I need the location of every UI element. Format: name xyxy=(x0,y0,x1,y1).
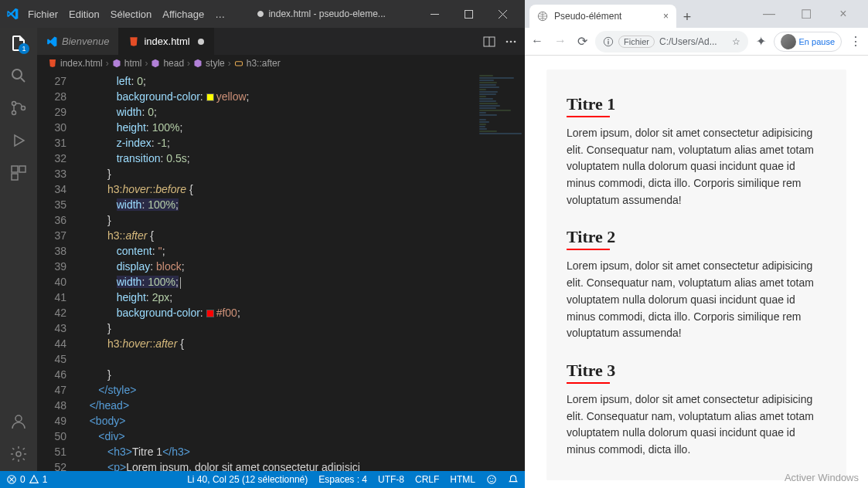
breadcrumb-item[interactable]: head xyxy=(163,58,184,69)
breadcrumb-item[interactable]: html xyxy=(124,58,142,69)
browser-viewport[interactable]: Titre 1Lorem ipsum, dolor sit amet conse… xyxy=(525,56,868,488)
browser-tabstrip: Pseudo-élément × + — ☐ × xyxy=(525,0,868,28)
svg-point-3 xyxy=(12,102,16,106)
address-bar[interactable]: Fichier C:/Users/Ad... ☆ xyxy=(595,31,748,53)
forward-button[interactable]: → xyxy=(554,34,567,49)
browser-maximize-button[interactable]: ☐ xyxy=(791,5,822,23)
heading-underline xyxy=(567,382,610,384)
status-notifications-icon[interactable] xyxy=(508,474,519,485)
menu-affichage[interactable]: Affichage xyxy=(162,8,204,20)
warning-count: 1 xyxy=(43,474,48,485)
page-heading: Titre 2 xyxy=(567,227,615,247)
menu-selection[interactable]: Sélection xyxy=(111,8,151,20)
browser-close-button[interactable]: × xyxy=(828,5,859,23)
modified-dot-icon xyxy=(198,39,204,45)
back-button[interactable]: ← xyxy=(531,34,543,49)
svg-rect-7 xyxy=(19,166,26,172)
code-content[interactable]: left: 0; background-color: yellow; width… xyxy=(80,72,475,471)
explorer-badge: 1 xyxy=(19,43,29,54)
breadcrumb-item[interactable]: h3::after xyxy=(247,58,281,69)
page-paragraph: Lorem ipsum, dolor sit amet consectetur … xyxy=(567,125,826,208)
svg-point-13 xyxy=(506,40,509,42)
page-heading: Titre 3 xyxy=(567,361,615,381)
split-editor-icon[interactable] xyxy=(483,36,495,48)
account-icon[interactable] xyxy=(9,412,28,431)
svg-point-15 xyxy=(514,40,516,42)
browser-minimize-button[interactable]: — xyxy=(754,5,785,23)
reload-button[interactable]: ⟳ xyxy=(577,34,587,49)
vscode-tab-icon xyxy=(46,36,57,47)
page-paragraph: Lorem ipsum, dolor sit amet consectetur … xyxy=(567,391,826,459)
page-heading: Titre 1 xyxy=(567,94,615,114)
html-file-icon xyxy=(128,36,139,47)
tab-bienvenue[interactable]: Bienvenue xyxy=(37,28,119,55)
svg-rect-6 xyxy=(12,166,18,172)
tab-index-html[interactable]: index.html xyxy=(119,28,213,55)
html-file-icon xyxy=(48,59,57,68)
svg-rect-8 xyxy=(12,174,18,180)
code-editor[interactable]: 2728293031323334353637383940414243444546… xyxy=(37,72,525,471)
debug-icon[interactable] xyxy=(9,131,28,150)
status-problems[interactable]: 0 1 xyxy=(6,474,47,485)
window-controls xyxy=(418,2,519,25)
gear-icon[interactable] xyxy=(9,445,28,463)
symbol-icon xyxy=(151,59,160,68)
status-spaces[interactable]: Espaces : 4 xyxy=(318,474,367,485)
tab-close-icon[interactable]: × xyxy=(663,11,669,22)
pause-chip[interactable]: En pause xyxy=(774,32,842,52)
vscode-logo-icon xyxy=(6,8,19,20)
page-content: Titre 1Lorem ipsum, dolor sit amet conse… xyxy=(546,69,846,480)
extensions-icon[interactable] xyxy=(9,164,28,182)
window-title-text: index.html - pseudo-eleme... xyxy=(268,8,385,19)
maximize-button[interactable] xyxy=(452,2,485,25)
status-cursor[interactable]: Li 40, Col 25 (12 sélectionné) xyxy=(187,474,308,485)
modified-dot-icon xyxy=(257,11,264,17)
svg-point-20 xyxy=(492,478,493,479)
svg-rect-1 xyxy=(465,10,472,18)
source-control-icon[interactable] xyxy=(9,99,28,117)
svg-point-10 xyxy=(16,452,21,456)
address-chip: Fichier xyxy=(618,36,655,48)
svg-rect-24 xyxy=(608,41,608,44)
minimize-button[interactable] xyxy=(418,2,451,25)
star-icon[interactable]: ☆ xyxy=(732,36,740,47)
svg-rect-16 xyxy=(235,62,242,66)
explorer-icon[interactable]: 1 xyxy=(9,34,28,53)
svg-point-9 xyxy=(15,415,22,422)
activity-bar: 1 xyxy=(0,28,37,471)
minimap[interactable] xyxy=(475,72,525,471)
menu-edition[interactable]: Edition xyxy=(69,8,100,20)
status-eol[interactable]: CRLF xyxy=(415,474,439,485)
status-language[interactable]: HTML xyxy=(450,474,475,485)
globe-icon xyxy=(537,11,548,22)
menu-icon[interactable]: ⋮ xyxy=(849,34,862,49)
vscode-window: Fichier Edition Sélection Affichage … in… xyxy=(0,0,525,488)
browser-tab-title: Pseudo-élément xyxy=(554,11,621,22)
window-title: index.html - pseudo-eleme... xyxy=(225,8,418,19)
new-tab-button[interactable]: + xyxy=(676,6,698,28)
browser-toolbar: ← → ⟳ Fichier C:/Users/Ad... ☆ ✦ En paus… xyxy=(525,28,868,56)
symbol-icon xyxy=(234,59,243,68)
status-encoding[interactable]: UTF-8 xyxy=(378,474,404,485)
svg-point-19 xyxy=(490,478,491,479)
breadcrumb[interactable]: index.html › html › head › style › h3::a… xyxy=(37,55,525,72)
menu-fichier[interactable]: Fichier xyxy=(28,8,58,20)
extensions-icon[interactable]: ✦ xyxy=(756,34,766,49)
breadcrumb-item[interactable]: style xyxy=(206,58,225,69)
svg-point-18 xyxy=(488,476,496,484)
status-feedback-icon[interactable] xyxy=(486,474,497,485)
breadcrumb-item[interactable]: index.html xyxy=(60,58,103,69)
address-text: C:/Users/Ad... xyxy=(659,36,717,47)
activate-windows-watermark: Activer Windows xyxy=(785,472,859,483)
svg-point-23 xyxy=(608,39,609,40)
symbol-icon xyxy=(193,59,203,68)
more-actions-icon[interactable] xyxy=(505,36,517,48)
close-button[interactable] xyxy=(486,2,519,25)
browser-tab[interactable]: Pseudo-élément × xyxy=(529,5,676,28)
symbol-icon xyxy=(112,59,121,68)
vscode-body: 1 Bienvenue index.html xyxy=(0,28,525,471)
heading-underline xyxy=(567,249,610,250)
search-icon[interactable] xyxy=(9,66,28,85)
browser-window: Pseudo-élément × + — ☐ × ← → ⟳ Fichier C… xyxy=(525,0,868,488)
menu-more[interactable]: … xyxy=(215,8,225,20)
